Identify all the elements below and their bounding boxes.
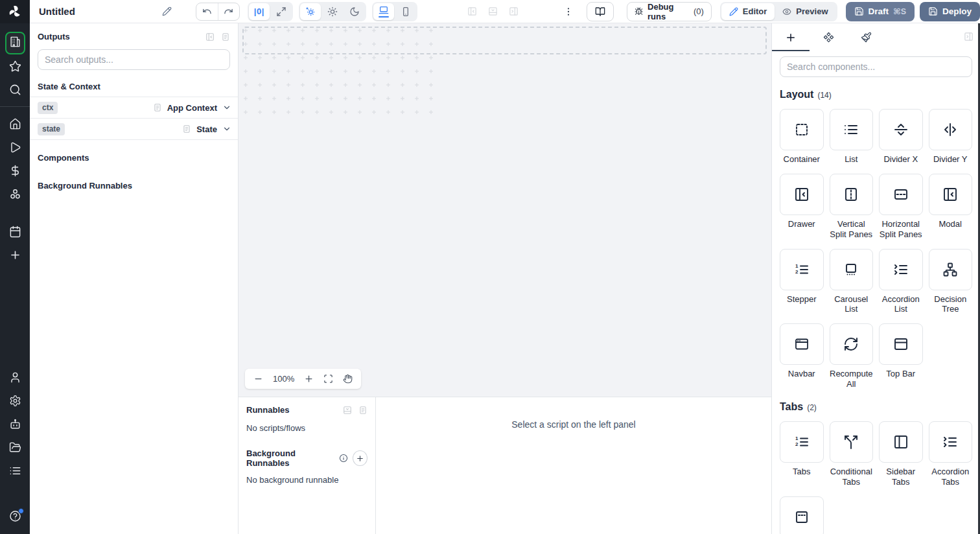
section-layout: Layout(14)ContainerListDivider XDivider … [772,89,980,389]
chevron-down-icon[interactable] [222,103,231,112]
tab-insert-component[interactable] [772,23,810,51]
component-label: Divider Y [933,154,968,165]
sidebar-item-account[interactable] [0,366,30,389]
desktop-view-button[interactable] [373,3,394,20]
component-label: Navbar [788,369,815,379]
tab-component-settings[interactable] [810,23,847,51]
doc-icon[interactable] [358,406,368,415]
sidebar-item-variables[interactable] [0,159,30,182]
component-horizontal-split-panes[interactable]: Horizontal Split Panes [879,174,923,240]
sidebar-item-runs[interactable] [0,135,30,159]
component-modal[interactable]: Modal [929,174,973,240]
doc-icon[interactable] [221,32,230,41]
zoom-in-button[interactable] [304,374,314,384]
draft-button[interactable]: Draft⌘S [846,2,915,21]
toggle-right-panel-icon[interactable] [509,6,519,16]
component-card[interactable] [780,496,824,534]
outputs-panel: Outputs State & Context ctxApp Contextst… [30,23,239,534]
mode-switch: Editor Preview [720,2,837,21]
sidebar-item-create[interactable] [0,243,30,266]
search-outputs-input[interactable] [38,49,230,70]
component-label: Decision Tree [929,294,973,315]
sidebar-item-logs[interactable] [0,459,30,482]
editor-mode-button[interactable]: Editor [721,3,775,20]
deploy-button[interactable]: Deploy [920,2,980,21]
doc-icon [182,124,191,134]
sidebar-item-home[interactable] [0,112,30,135]
component-divider-y[interactable]: Divider Y [929,109,973,165]
component-top-bar[interactable]: Top Bar [879,323,923,389]
component-tabs[interactable]: 12Tabs [780,421,824,487]
info-icon[interactable] [339,454,348,463]
collapse-bottom-panel-icon[interactable] [343,406,352,415]
mobile-view-button[interactable] [395,3,416,20]
preview-mode-button[interactable]: Preview [775,3,835,20]
pan-tool-button[interactable] [343,374,353,384]
windmill-logo[interactable] [0,0,30,23]
sidebar-item-settings[interactable] [0,389,30,412]
history-group [196,3,240,21]
collapse-right-panel-icon[interactable] [964,32,974,41]
toggle-left-panel-icon[interactable] [467,6,477,16]
navbar-icon [794,336,810,352]
component-navbar[interactable]: Navbar [780,323,824,389]
component-stepper[interactable]: 12Stepper [780,249,824,315]
component-sidebar-tabs[interactable]: Sidebar Tabs [879,421,923,487]
component-divider-x[interactable]: Divider X [879,109,923,165]
more-menu-button[interactable] [563,6,574,17]
fit-view-button[interactable] [323,374,333,384]
sidebar-item-schedules[interactable] [0,220,30,243]
output-row-ctx[interactable]: ctxApp Context [30,97,238,119]
add-background-runnable-button[interactable] [353,450,368,466]
sidebar-item-app-builder[interactable] [0,31,30,54]
component-label: Carousel List [830,294,874,315]
vsplit-icon [843,187,859,202]
component-vertical-split-panes[interactable]: Vertical Split Panes [830,174,874,240]
sidebar-item-workers[interactable] [0,412,30,435]
svg-text:2: 2 [795,268,799,274]
sidebar-item-folders[interactable] [0,435,30,459]
component-decision-tree[interactable]: Decision Tree [929,249,973,315]
redo-button[interactable] [218,3,239,20]
search-components-input[interactable] [780,56,972,77]
bot-icon [9,418,21,430]
collapse-panel-icon[interactable] [205,32,215,41]
app-canvas[interactable]: 100% [239,23,771,397]
edit-title-button[interactable] [158,3,176,20]
component-conditional-tabs[interactable]: Conditional Tabs [830,421,874,487]
hsplit-icon [893,187,909,202]
condtabs-icon [843,434,859,450]
toggle-bottom-panel-icon[interactable] [488,6,498,16]
docs-button[interactable] [587,2,614,21]
auto-theme-button[interactable] [300,3,321,20]
component-recompute-all[interactable]: Recompute All [830,323,874,389]
folder-icon [9,441,21,454]
undo-button[interactable] [196,3,218,20]
dark-theme-button[interactable] [344,3,365,20]
sidebar-item-search[interactable] [0,78,30,101]
component-container[interactable]: Container [780,109,824,165]
zoom-out-button[interactable] [253,374,263,384]
search-icon [9,84,21,96]
component-accordion-list[interactable]: Accordion List [879,249,923,315]
recompute-icon [843,336,859,352]
component-carousel-list[interactable]: Carousel List [830,249,874,315]
component-accordion-tabs[interactable]: Accordion Tabs [929,421,973,487]
accordionlist-icon [893,262,909,277]
runnables-panel: Runnables No scripts/flows Background Ru… [239,397,376,534]
sidebar-item-help[interactable] [0,504,30,528]
chevron-down-icon[interactable] [222,124,231,134]
doc-icon [153,103,162,112]
reset-zoom-button[interactable]: |0| [249,3,270,20]
component-list[interactable]: List [830,109,874,165]
debug-runs-button[interactable]: Debug runs (0) [627,2,712,21]
light-theme-button[interactable] [322,3,343,20]
canvas-dropzone[interactable] [242,27,767,54]
output-row-state[interactable]: stateState [30,119,238,140]
maximize-canvas-button[interactable] [271,3,292,20]
sidebar-item-resources[interactable] [0,182,30,205]
tab-styling[interactable] [847,23,885,51]
component-drawer[interactable]: Drawer [780,174,824,240]
output-type-label: State [196,124,217,134]
sidebar-item-favorites[interactable] [0,54,30,78]
